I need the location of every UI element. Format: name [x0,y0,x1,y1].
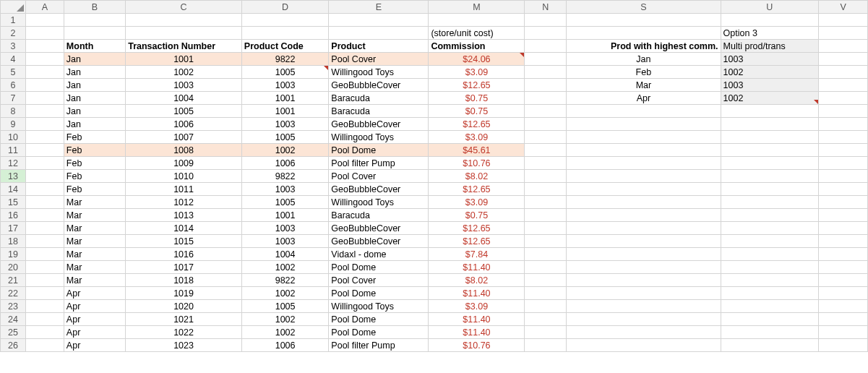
cell-B9[interactable]: Jan [64,118,125,131]
cell-C8[interactable]: 1005 [126,105,242,118]
cell-V21[interactable] [819,274,868,287]
row-header-25[interactable]: 25 [1,326,26,339]
cell-E25[interactable]: Pool Dome [329,326,429,339]
row-header-3[interactable]: 3 [1,40,26,53]
row-header-20[interactable]: 20 [1,261,26,274]
cell-C21[interactable]: 1018 [126,274,242,287]
cell-D18[interactable]: 1003 [241,235,329,248]
cell-U1[interactable] [721,14,819,27]
cell-D14[interactable]: 1003 [241,183,329,196]
cell-A16[interactable] [26,209,64,222]
cell-C9[interactable]: 1006 [126,118,242,131]
cell-A6[interactable] [26,79,64,92]
col-header-D[interactable]: D [241,1,329,14]
cell-A21[interactable] [26,274,64,287]
cell-V23[interactable] [819,300,868,313]
cell-E12[interactable]: Pool filter Pump [329,157,429,170]
cell-U17[interactable] [721,222,819,235]
cell-C15[interactable]: 1012 [126,196,242,209]
cell-N1[interactable] [525,14,567,27]
cell-D26[interactable]: 1006 [241,339,329,352]
row-24[interactable]: 24Apr10211002Pool Dome$11.40 [1,313,868,326]
cell-B18[interactable]: Mar [64,235,125,248]
row-header-12[interactable]: 12 [1,157,26,170]
cell-M5[interactable]: $3.09 [429,66,525,79]
row-5[interactable]: 5Jan10021005Willingood Toys$3.09Feb1002 [1,66,868,79]
cell-E11[interactable]: Pool Dome [329,144,429,157]
row-4[interactable]: 4Jan10019822Pool Cover$24.06Jan1003 [1,53,868,66]
cell-B16[interactable]: Mar [64,209,125,222]
cell-E21[interactable]: Pool Cover [329,274,429,287]
cell-N10[interactable] [525,131,567,144]
cell-V11[interactable] [819,144,868,157]
row-23[interactable]: 23Apr10201005Willingood Toys$3.09 [1,300,868,313]
cell-V6[interactable] [819,79,868,92]
cell-V2[interactable] [819,27,868,40]
row-21[interactable]: 21Mar10189822Pool Cover$8.02 [1,274,868,287]
cell-D2[interactable] [241,27,329,40]
cell-U24[interactable] [721,313,819,326]
cell-E15[interactable]: Willingood Toys [329,196,429,209]
cell-N16[interactable] [525,209,567,222]
cell-C5[interactable]: 1002 [126,66,242,79]
col-header-C[interactable]: C [126,1,242,14]
cell-B22[interactable]: Apr [64,287,125,300]
cell-U11[interactable] [721,144,819,157]
cell-N26[interactable] [525,339,567,352]
cell-E6[interactable]: GeoBubbleCover [329,79,429,92]
cell-N3[interactable] [525,40,567,53]
cell-U16[interactable] [721,209,819,222]
row-header-6[interactable]: 6 [1,79,26,92]
cell-M20[interactable]: $11.40 [429,261,525,274]
cell-N14[interactable] [525,183,567,196]
cell-D22[interactable]: 1002 [241,287,329,300]
cell-D19[interactable]: 1004 [241,248,329,261]
cell-M24[interactable]: $11.40 [429,313,525,326]
cell-C25[interactable]: 1022 [126,326,242,339]
cell-E26[interactable]: Pool filter Pump [329,339,429,352]
cell-V4[interactable] [819,53,868,66]
cell-A10[interactable] [26,131,64,144]
cell-M3[interactable]: Commission [429,40,525,53]
cell-V26[interactable] [819,339,868,352]
cell-V3[interactable] [819,40,868,53]
cell-V5[interactable] [819,66,868,79]
cell-S15[interactable] [567,196,721,209]
row-18[interactable]: 18Mar10151003GeoBubbleCover$12.65 [1,235,868,248]
row-22[interactable]: 22Apr10191002Pool Dome$11.40 [1,287,868,300]
row-header-18[interactable]: 18 [1,235,26,248]
col-header-N[interactable]: N [525,1,567,14]
cell-V7[interactable] [819,92,868,105]
cell-C7[interactable]: 1004 [126,92,242,105]
cell-B1[interactable] [64,14,125,27]
cell-N6[interactable] [525,79,567,92]
row-header-15[interactable]: 15 [1,196,26,209]
cell-M4[interactable]: $24.06 [429,53,525,66]
cell-U23[interactable] [721,300,819,313]
cell-B5[interactable]: Jan [64,66,125,79]
cell-B6[interactable]: Jan [64,79,125,92]
cell-B23[interactable]: Apr [64,300,125,313]
cell-D3[interactable]: Product Code [241,40,329,53]
row-3[interactable]: 3MonthTransaction NumberProduct CodeProd… [1,40,868,53]
cell-S10[interactable] [567,131,721,144]
cell-C11[interactable]: 1008 [126,144,242,157]
cell-N20[interactable] [525,261,567,274]
cell-N11[interactable] [525,144,567,157]
cell-A19[interactable] [26,248,64,261]
cell-D21[interactable]: 9822 [241,274,329,287]
cell-B7[interactable]: Jan [64,92,125,105]
cell-S26[interactable] [567,339,721,352]
cell-A24[interactable] [26,313,64,326]
cell-B26[interactable]: Apr [64,339,125,352]
cell-U3[interactable]: Multi prod/trans [721,40,819,53]
cell-U10[interactable] [721,131,819,144]
cell-V14[interactable] [819,183,868,196]
cell-D5[interactable]: 1005 [241,66,329,79]
cell-M12[interactable]: $10.76 [429,157,525,170]
cell-B4[interactable]: Jan [64,53,125,66]
cell-M14[interactable]: $12.65 [429,183,525,196]
col-header-V[interactable]: V [819,1,868,14]
row-16[interactable]: 16Mar10131001Baracuda$0.75 [1,209,868,222]
cell-S11[interactable] [567,144,721,157]
